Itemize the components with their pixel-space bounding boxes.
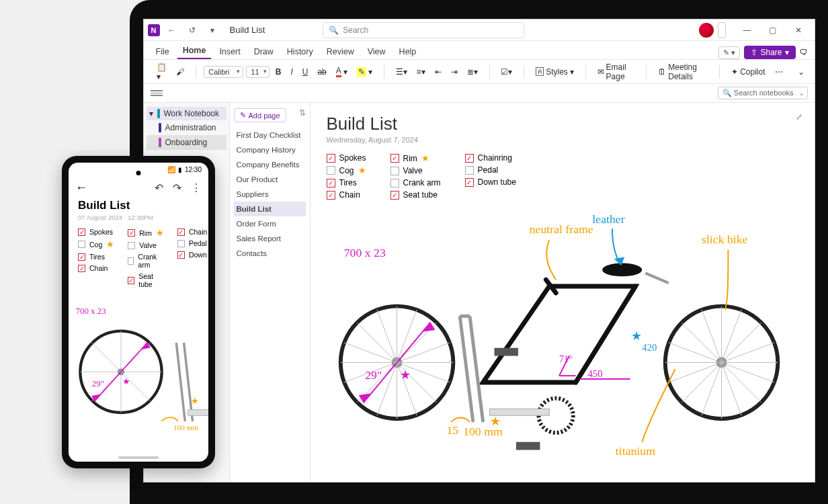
checkbox-icon[interactable] [465, 178, 474, 187]
fork-icon [460, 316, 483, 422]
bullets-button[interactable]: ☰▾ [392, 65, 411, 79]
tab-view[interactable]: View [362, 44, 391, 59]
checkbox-icon[interactable] [128, 242, 135, 249]
page-canvas[interactable]: ⤢ Build List Wednesday, August 7, 2024 S… [310, 103, 815, 482]
tab-review[interactable]: Review [321, 44, 360, 59]
paste-button[interactable]: 📋▾ [153, 60, 170, 83]
underline-button[interactable]: U [299, 65, 312, 79]
strike-button[interactable]: ab [314, 65, 329, 79]
ink-titanium-label: titanium [615, 444, 655, 458]
page-item[interactable]: Our Product [234, 172, 306, 187]
check-item-label: Down tube [478, 177, 516, 187]
tags-button[interactable]: ☑▾ [497, 65, 515, 79]
page-item[interactable]: Company Benefits [234, 157, 306, 172]
italic-button[interactable]: I [287, 65, 296, 79]
checkbox-icon[interactable] [177, 240, 185, 247]
checkbox-icon[interactable] [390, 179, 399, 187]
nav-bar-handle[interactable] [118, 456, 159, 459]
mobile-date: 07 August 2024 [78, 214, 122, 221]
premium-icon[interactable] [718, 22, 726, 38]
checkbox-icon[interactable] [390, 154, 399, 163]
section-onboarding[interactable]: Onboarding [147, 135, 226, 150]
undo-icon[interactable]: ↶ [155, 181, 163, 194]
back-button[interactable]: ← [164, 22, 180, 38]
numbering-button[interactable]: ≡▾ [413, 65, 429, 79]
checkbox-icon[interactable] [327, 166, 335, 175]
bold-button[interactable]: B [272, 65, 285, 79]
page-item-selected[interactable]: Build List [234, 202, 306, 216]
tab-draw[interactable]: Draw [249, 44, 279, 59]
checkbox-icon[interactable] [78, 228, 85, 236]
search-box[interactable]: 🔍 Search [323, 22, 524, 38]
page-item[interactable]: Sales Report [234, 231, 306, 246]
titlebar-more-icon[interactable]: ▾ [204, 22, 220, 38]
font-size-select[interactable]: 11 [246, 66, 269, 78]
close-button[interactable]: ✕ [786, 21, 811, 40]
expand-icon[interactable]: ⤢ [796, 112, 802, 122]
meeting-details-button[interactable]: 🗓 Meeting Details [655, 60, 711, 83]
ribbon-chevron-button[interactable]: ⌄ [794, 65, 808, 79]
back-icon[interactable]: ← [75, 181, 87, 195]
align-button[interactable]: ≣▾ [464, 65, 481, 79]
redo-icon[interactable]: ↷ [173, 181, 181, 194]
maximize-button[interactable]: ▢ [761, 21, 785, 40]
svg-rect-43 [188, 410, 208, 416]
tab-home[interactable]: Home [177, 43, 212, 59]
ink-crank-label: 100 mm [173, 423, 198, 431]
page-item[interactable]: Company History [234, 142, 306, 157]
checkbox-icon[interactable] [78, 253, 85, 261]
checkbox-icon[interactable] [465, 166, 474, 175]
highlight-button[interactable]: ✎▾ [354, 65, 376, 79]
section-administration[interactable]: Administration [147, 120, 226, 135]
tab-file[interactable]: File [151, 44, 175, 59]
share-button[interactable]: ⇪ Share ▾ [744, 46, 795, 59]
undo-button[interactable]: ↺ [184, 22, 200, 38]
checkbox-icon[interactable] [78, 241, 85, 248]
page-item[interactable]: First Day Checklist [234, 128, 306, 142]
checkbox-icon[interactable] [128, 277, 134, 284]
ink-leather-label: leather [592, 212, 624, 226]
checkbox-icon[interactable] [327, 179, 335, 187]
add-page-button[interactable]: ✎ Add page [234, 108, 286, 122]
checkbox-icon[interactable] [177, 228, 185, 236]
minimize-button[interactable]: — [735, 21, 759, 40]
checkbox-icon[interactable] [465, 154, 474, 163]
outdent-button[interactable]: ⇤ [431, 65, 445, 79]
email-page-button[interactable]: ✉ Email Page [594, 60, 638, 83]
search-notebooks-input[interactable]: 🔍 Search notebooks [718, 87, 808, 99]
tab-insert[interactable]: Insert [214, 44, 245, 59]
ink-seatangle-label: 71° [559, 354, 572, 364]
indent-button[interactable]: ⇥ [448, 65, 461, 79]
hamburger-icon[interactable] [151, 90, 163, 96]
user-avatar[interactable] [699, 23, 714, 38]
ribbon-overflow-button[interactable]: ⋯ [772, 65, 786, 79]
tab-help[interactable]: Help [394, 44, 422, 59]
check-item-label: Pedal [189, 239, 207, 247]
check-item-label: Tires [89, 253, 105, 261]
page-title: Build List [327, 114, 798, 134]
copilot-button[interactable]: ✦ Copilot [728, 65, 768, 79]
editing-mode-toggle[interactable]: ✎ ▾ [718, 46, 740, 59]
comments-icon[interactable]: 🗨 [800, 48, 808, 57]
notebook-item[interactable]: ▾ Work Notebook [147, 107, 226, 120]
email-label: Email Page [606, 62, 635, 81]
checkbox-icon[interactable] [177, 251, 185, 259]
page-item[interactable]: Contacts [234, 246, 306, 261]
page-item[interactable]: Suppliers [234, 187, 306, 202]
styles-button[interactable]: 🄰 Styles ▾ [532, 65, 577, 79]
check-item-label: Crank arm [403, 178, 441, 187]
tab-history[interactable]: History [282, 44, 319, 59]
checkbox-icon[interactable] [78, 265, 85, 272]
checkbox-icon[interactable] [327, 154, 335, 163]
sort-icon[interactable]: ⇅ [299, 108, 306, 118]
font-color-button[interactable]: A▾ [333, 64, 351, 79]
svg-text:★: ★ [191, 396, 199, 406]
more-icon[interactable]: ⋮ [191, 181, 202, 194]
checkbox-icon[interactable] [390, 167, 399, 175]
format-painter-button[interactable]: 🖌 [173, 65, 188, 79]
checkbox-icon[interactable] [128, 257, 134, 265]
page-item[interactable]: Order Form [234, 216, 306, 231]
font-select[interactable]: Calibri [204, 66, 243, 78]
checkbox-icon[interactable] [128, 229, 135, 237]
ink-seatnum-label: 420 [642, 342, 657, 353]
